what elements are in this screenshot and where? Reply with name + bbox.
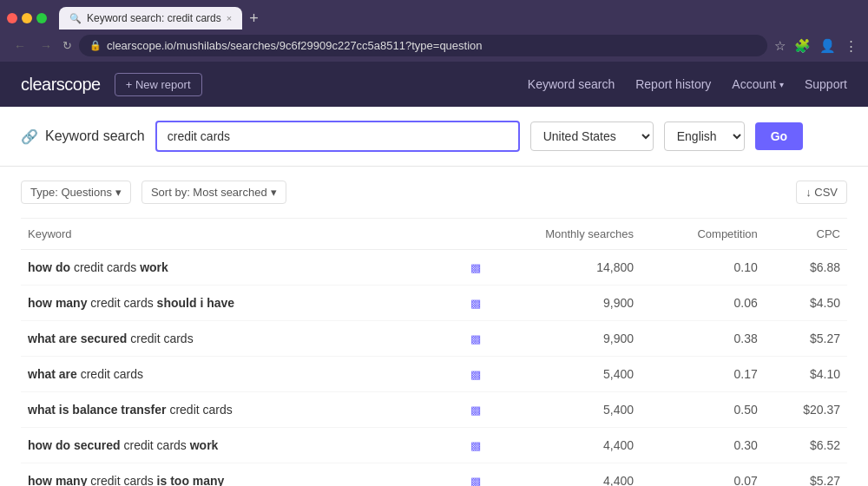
language-select[interactable]: English Spanish French German bbox=[664, 122, 745, 151]
back-btn[interactable]: ← bbox=[10, 37, 30, 55]
nav-account[interactable]: Account ▾ bbox=[732, 77, 784, 91]
chart-cell: ▩ bbox=[434, 250, 516, 286]
chart-icon[interactable]: ▩ bbox=[470, 439, 481, 452]
address-bar[interactable]: 🔒 clearscope.io/mushilabs/searches/9c6f2… bbox=[79, 35, 767, 56]
app-navbar: clearscope + New report Keyword search R… bbox=[0, 62, 868, 107]
cpc-cell: $6.88 bbox=[765, 250, 847, 286]
keyword-normal-part: credit cards bbox=[77, 367, 143, 381]
chart-icon[interactable]: ▩ bbox=[470, 261, 481, 274]
table-row: what is balance transfer credit cards▩5,… bbox=[21, 392, 847, 428]
competition-cell: 0.30 bbox=[641, 428, 765, 463]
keyword-cell: what is balance transfer credit cards bbox=[21, 392, 434, 428]
tab-close-btn[interactable]: × bbox=[227, 13, 232, 23]
results-table: Keyword Monthly searches Competition CPC… bbox=[21, 219, 847, 486]
keyword-cell: what are secured credit cards bbox=[21, 321, 434, 357]
search-section-icon: 🔗 bbox=[21, 128, 38, 145]
country-select[interactable]: United States United Kingdom Canada Aust… bbox=[530, 122, 654, 151]
chart-icon[interactable]: ▩ bbox=[470, 297, 481, 310]
competition-cell: 0.17 bbox=[641, 357, 765, 392]
keyword-bold-part: work bbox=[140, 260, 168, 274]
active-tab[interactable]: 🔍 Keyword search: credit cards × bbox=[59, 7, 242, 30]
csv-btn[interactable]: ↓ CSV bbox=[796, 181, 847, 204]
filter-row: Type: Questions ▾ Sort by: Most searched… bbox=[21, 167, 847, 219]
keyword-normal-part: credit cards bbox=[87, 296, 156, 310]
chart-cell: ▩ bbox=[434, 286, 516, 321]
chart-icon[interactable]: ▩ bbox=[470, 368, 481, 381]
go-btn[interactable]: Go bbox=[755, 122, 803, 150]
new-tab-btn[interactable]: + bbox=[246, 10, 262, 28]
keyword-bold-part: should i have bbox=[157, 296, 234, 310]
nav-links: Keyword search Report history Account ▾ … bbox=[528, 77, 847, 91]
keyword-bold-part: how many bbox=[28, 296, 87, 310]
monthly-searches-cell: 14,800 bbox=[516, 250, 641, 286]
cpc-cell: $5.27 bbox=[765, 321, 847, 357]
keyword-normal-part: credit cards bbox=[127, 332, 193, 345]
sort-filter-chevron: ▾ bbox=[271, 186, 277, 199]
chart-cell: ▩ bbox=[434, 463, 516, 487]
nav-report-history[interactable]: Report history bbox=[635, 77, 711, 91]
window-close-btn[interactable] bbox=[7, 13, 17, 23]
logo: clearscope bbox=[21, 75, 101, 95]
col-chart bbox=[434, 219, 516, 250]
star-icon[interactable]: ☆ bbox=[774, 38, 786, 54]
chart-cell: ▩ bbox=[434, 357, 516, 392]
sort-filter-btn[interactable]: Sort by: Most searched ▾ bbox=[141, 181, 286, 204]
chart-cell: ▩ bbox=[434, 392, 516, 428]
keyword-bold-part: how do secured bbox=[28, 438, 121, 452]
cpc-cell: $5.27 bbox=[765, 463, 847, 487]
cpc-cell: $6.52 bbox=[765, 428, 847, 463]
window-minimize-btn[interactable] bbox=[22, 13, 32, 23]
competition-cell: 0.50 bbox=[641, 392, 765, 428]
chart-icon[interactable]: ▩ bbox=[470, 332, 481, 345]
table-row: how many credit cards should i have▩9,90… bbox=[21, 286, 847, 321]
keyword-bold-part: is too many bbox=[157, 474, 225, 486]
type-filter-btn[interactable]: Type: Questions ▾ bbox=[21, 181, 131, 204]
cpc-cell: $20.37 bbox=[765, 392, 847, 428]
search-section: 🔗 Keyword search United States United Ki… bbox=[0, 107, 868, 167]
type-filter-label: Type: Questions bbox=[30, 186, 112, 199]
search-input[interactable] bbox=[155, 121, 520, 152]
table-row: how do secured credit cards work▩4,4000.… bbox=[21, 428, 847, 463]
chart-icon[interactable]: ▩ bbox=[470, 404, 481, 417]
nav-keyword-search[interactable]: Keyword search bbox=[528, 77, 615, 91]
monthly-searches-cell: 5,400 bbox=[516, 392, 641, 428]
menu-icon[interactable]: ⋮ bbox=[845, 38, 858, 54]
table-row: how do credit cards work▩14,8000.10$6.88 bbox=[21, 250, 847, 286]
keyword-cell: what are credit cards bbox=[21, 357, 434, 392]
reload-btn[interactable]: ↻ bbox=[62, 39, 72, 52]
table-row: what are credit cards▩5,4000.17$4.10 bbox=[21, 357, 847, 392]
monthly-searches-cell: 9,900 bbox=[516, 286, 641, 321]
keyword-normal-part: credit cards bbox=[70, 260, 140, 274]
monthly-searches-cell: 9,900 bbox=[516, 321, 641, 357]
col-competition: Competition bbox=[641, 219, 765, 250]
window-maximize-btn[interactable] bbox=[36, 13, 47, 23]
competition-cell: 0.38 bbox=[641, 321, 765, 357]
keyword-bold-part: what is balance transfer bbox=[28, 403, 167, 417]
chevron-down-icon: ▾ bbox=[779, 80, 784, 89]
table-header-row: Keyword Monthly searches Competition CPC bbox=[21, 219, 847, 250]
nav-account-label: Account bbox=[732, 77, 776, 91]
keyword-bold-part: what are bbox=[28, 367, 77, 381]
col-monthly-searches: Monthly searches bbox=[516, 219, 641, 250]
profile-icon[interactable]: 👤 bbox=[819, 38, 836, 54]
table-row: how many credit cards is too many▩4,4000… bbox=[21, 463, 847, 487]
competition-cell: 0.06 bbox=[641, 286, 765, 321]
chart-cell: ▩ bbox=[434, 321, 516, 357]
competition-cell: 0.07 bbox=[641, 463, 765, 487]
col-keyword: Keyword bbox=[21, 219, 434, 250]
forward-btn[interactable]: → bbox=[36, 37, 56, 55]
table-row: what are secured credit cards▩9,9000.38$… bbox=[21, 321, 847, 357]
monthly-searches-cell: 4,400 bbox=[516, 463, 641, 487]
extensions-icon[interactable]: 🧩 bbox=[794, 38, 811, 54]
search-label-text: Keyword search bbox=[45, 128, 145, 144]
keyword-cell: how many credit cards should i have bbox=[21, 286, 434, 321]
keyword-normal-part: credit cards bbox=[167, 403, 233, 417]
nav-support[interactable]: Support bbox=[805, 77, 847, 91]
sort-filter-label: Sort by: Most searched bbox=[151, 186, 267, 199]
lock-icon: 🔒 bbox=[89, 40, 102, 51]
monthly-searches-cell: 4,400 bbox=[516, 428, 641, 463]
chart-icon[interactable]: ▩ bbox=[470, 475, 481, 486]
keyword-cell: how many credit cards is too many bbox=[21, 463, 434, 487]
search-label: 🔗 Keyword search bbox=[21, 128, 145, 145]
new-report-btn[interactable]: + New report bbox=[115, 73, 202, 96]
